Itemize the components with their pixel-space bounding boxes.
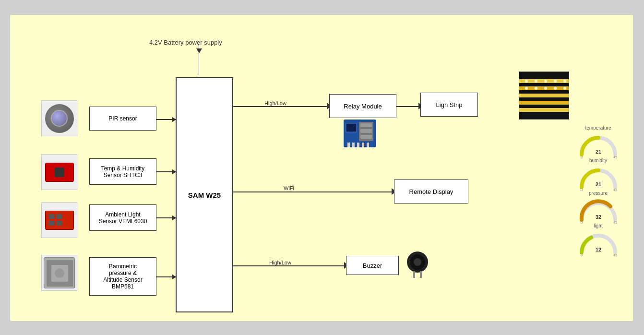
svg-rect-30	[347, 143, 350, 147]
ambient-arrow	[156, 217, 176, 218]
svg-rect-27	[360, 123, 372, 127]
gauges-panel: temperature 21 0 45 humidity	[571, 125, 626, 256]
svg-rect-10	[519, 94, 569, 97]
battery-arrow-head	[196, 48, 202, 53]
battery-label: 4.2V Battery power supply	[149, 39, 222, 46]
ambient-label: Ambient Light Sensor VEML6030	[99, 211, 147, 225]
pir-sensor-box: PIR sensor	[89, 107, 156, 131]
buzzer-image	[405, 250, 431, 281]
pressure-gauge-section: pressure 32 0 45	[571, 191, 626, 221]
svg-text:45: 45	[613, 221, 617, 224]
humidity-label: humidity	[571, 158, 626, 163]
temperature-label: temperature	[571, 125, 626, 131]
baro-sensor-box: Barometric pressure & Altitude Sensor BM…	[89, 257, 156, 296]
sam-box: SAM W25	[176, 77, 233, 312]
svg-rect-25	[346, 123, 357, 132]
baro-arrow	[156, 276, 176, 277]
remote-display-label: Remote Display	[409, 188, 453, 195]
svg-rect-2	[48, 221, 54, 226]
humidity-gauge: 21 0 45	[577, 164, 620, 188]
svg-rect-33	[362, 143, 364, 147]
svg-text:0: 0	[581, 221, 583, 224]
svg-point-16	[554, 80, 557, 83]
pir-dome	[51, 110, 68, 127]
pir-sensor-image	[41, 100, 77, 136]
svg-point-18	[525, 87, 528, 90]
svg-rect-11	[519, 101, 569, 105]
light-strip-box: Ligh Strip	[420, 93, 478, 117]
buzzer-label: Buzzer	[363, 262, 382, 269]
temperature-gauge: 21 0 45	[577, 132, 620, 156]
light-strip-image	[519, 72, 569, 120]
svg-text:32: 32	[595, 214, 601, 220]
svg-point-13	[525, 80, 528, 83]
svg-point-19	[535, 87, 537, 90]
svg-rect-0	[48, 214, 54, 219]
remote-display-box: Remote Display	[394, 179, 468, 203]
svg-text:0: 0	[581, 156, 583, 159]
svg-rect-38	[413, 271, 415, 278]
svg-point-6	[55, 268, 64, 278]
svg-rect-32	[357, 143, 359, 147]
temp-chip	[55, 168, 64, 177]
pressure-gauge: 32 0 45	[577, 197, 620, 221]
buzzer-svg	[405, 250, 431, 279]
ambient-sensor-box: Ambient Light Sensor VEML6030	[89, 204, 156, 231]
svg-rect-39	[420, 271, 422, 278]
light-label: light	[571, 223, 626, 228]
svg-text:45: 45	[613, 188, 617, 191]
pressure-arc: 32 0 45	[577, 197, 620, 223]
temp-label: Temp & Humidity Sensor SHTC3	[101, 165, 145, 179]
svg-text:21: 21	[595, 149, 601, 155]
buzzer-box: Buzzer	[346, 256, 399, 275]
svg-text:0: 0	[581, 253, 583, 257]
pir-arrow	[156, 119, 176, 120]
svg-rect-28	[360, 129, 372, 133]
baro-label: Barometric pressure & Altitude Sensor BM…	[103, 263, 142, 290]
relay-line	[233, 106, 329, 107]
svg-rect-3	[56, 221, 62, 226]
temp-sensor-image	[41, 154, 77, 190]
ambient-rect	[45, 211, 74, 230]
light-arc: 12 0 45	[577, 229, 620, 256]
wifi-line-label: WiFi	[284, 185, 294, 191]
relay-to-strip-line	[396, 106, 420, 107]
strip-svg	[519, 72, 569, 120]
relay-line-label: High/Low	[264, 100, 286, 106]
humidity-arc: 21 0 45	[577, 164, 620, 191]
svg-rect-29	[360, 135, 372, 139]
svg-rect-1	[56, 214, 62, 219]
relay-label: Relay Module	[344, 103, 382, 110]
temp-arrow	[156, 171, 176, 172]
svg-point-14	[535, 80, 537, 83]
temperature-gauge-section: temperature 21 0 45	[571, 125, 626, 156]
svg-text:0: 0	[581, 188, 583, 191]
relay-box: Relay Module	[329, 94, 396, 118]
svg-rect-34	[367, 143, 369, 147]
humidity-gauge-section: humidity 21 0 45	[571, 158, 626, 188]
sam-label: SAM W25	[188, 191, 221, 199]
relay-svg	[344, 120, 376, 147]
pir-circle	[45, 104, 74, 133]
relay-image	[344, 120, 376, 147]
light-strip-label: Ligh Strip	[436, 101, 463, 108]
svg-text:45: 45	[613, 156, 617, 159]
svg-rect-12	[519, 108, 569, 112]
svg-point-17	[563, 80, 566, 83]
svg-point-37	[414, 258, 421, 266]
baro-svg	[44, 258, 75, 289]
light-gauge-section: light 12 0 45	[571, 223, 626, 253]
temp-rect	[45, 163, 74, 182]
svg-text:12: 12	[595, 247, 601, 252]
temp-sensor-box: Temp & Humidity Sensor SHTC3	[89, 158, 156, 185]
svg-point-15	[544, 80, 547, 83]
svg-point-20	[544, 87, 547, 90]
svg-point-21	[554, 87, 557, 90]
svg-text:21: 21	[595, 181, 601, 187]
pressure-label: pressure	[571, 191, 626, 196]
ambient-sensor-image	[41, 202, 77, 238]
baro-sensor-image	[41, 255, 77, 291]
pir-label: PIR sensor	[108, 115, 137, 122]
svg-point-22	[563, 87, 566, 90]
light-gauge: 12 0 45	[577, 229, 620, 253]
